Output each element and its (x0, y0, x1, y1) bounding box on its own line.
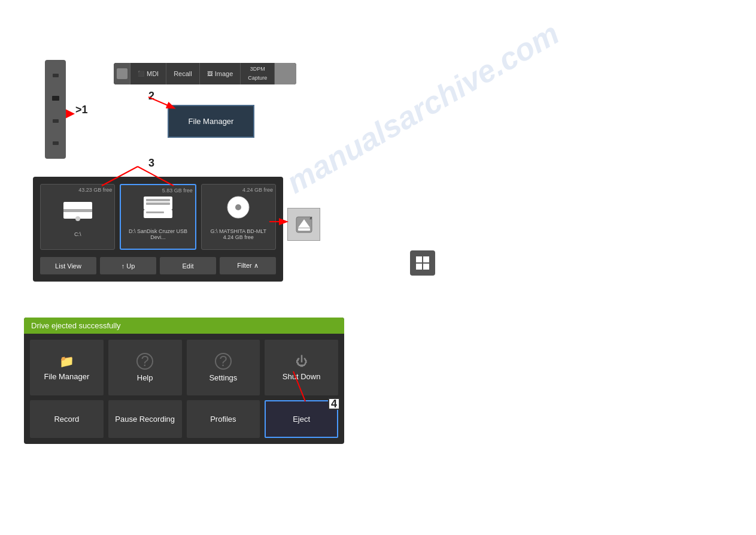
device-image (45, 60, 66, 159)
panel-btn-shutdown[interactable]: ⏻ Shut Down (265, 340, 338, 395)
panel-btn-pauserecording[interactable]: Pause Recording (108, 400, 182, 438)
fm-filter-btn[interactable]: Filter ∧ (220, 257, 276, 274)
step3-label: 3 (148, 157, 154, 170)
shutdown-icon: ⏻ (296, 355, 308, 368)
fm-drive-g[interactable]: 4.24 GB free G:\ MATSHITA BD-MLT4.24 GB … (201, 184, 276, 250)
step4-label: 4 (328, 398, 340, 410)
panel-btn-record[interactable]: Record (30, 400, 104, 438)
toolbar-btn-recall[interactable]: Recall (166, 63, 200, 84)
svg-rect-12 (298, 228, 310, 231)
device-port-3 (53, 119, 59, 123)
watermark: manualsarchive.com (280, 15, 565, 200)
fm-drive-c-free: 43.23 GB free (78, 187, 112, 193)
svg-rect-16 (423, 256, 429, 262)
toolbar-logo (114, 63, 130, 84)
fm-listview-btn[interactable]: List View (40, 257, 96, 274)
device-panel (45, 60, 66, 159)
settings-icon: ? (215, 353, 232, 370)
svg-rect-4 (146, 199, 170, 201)
toolbar-btn-mdi[interactable]: ⬛ MDI (130, 63, 166, 84)
step2-label: 2 (148, 90, 154, 102)
fm-panel: 43.23 GB free C:\ 5.83 GB free D:\ SanDi… (33, 177, 283, 282)
eject-icon-box[interactable] (287, 208, 320, 241)
svg-rect-5 (146, 202, 170, 205)
main-panel: Drive ejected successfully 📁 File Manage… (24, 318, 344, 444)
fm-drive-c-icon (62, 197, 93, 229)
panel-btn-profiles[interactable]: Profiles (187, 400, 260, 438)
fm-drive-d-icon (142, 194, 174, 226)
device-port-2 (52, 96, 59, 101)
fm-drive-c-label: C:\ (74, 231, 81, 237)
fm-drive-g-icon (223, 194, 254, 226)
filemanager-icon: 📁 (59, 354, 74, 368)
panel-header: Drive ejected successfully (24, 318, 344, 334)
fm-drive-g-free: 4.24 GB free (242, 187, 273, 193)
fm-buttons-row: List View ↑ Up Edit Filter ∧ (40, 257, 276, 274)
toolbar: ⬛ MDI Recall 🖼 Image 3DPM Capture (114, 63, 296, 84)
panel-btn-eject[interactable]: Eject (265, 400, 338, 438)
svg-rect-17 (416, 264, 422, 270)
fm-drive-d-label: D:\ SanDisk Cruzer USB Devi... (123, 228, 192, 240)
fm-drives-row: 43.23 GB free C:\ 5.83 GB free D:\ SanDi… (40, 184, 276, 250)
fm-drive-g-label: G:\ MATSHITA BD-MLT4.24 GB free (211, 228, 267, 240)
file-manager-button[interactable]: File Manager (168, 105, 254, 138)
svg-point-2 (75, 216, 80, 221)
fm-drive-c[interactable]: 43.23 GB free C:\ (40, 184, 115, 250)
svg-rect-18 (423, 264, 429, 270)
windows-icon[interactable] (410, 250, 435, 276)
step1-label: >1 (75, 104, 88, 116)
fm-edit-btn[interactable]: Edit (160, 257, 216, 274)
panel-btn-filemanager[interactable]: 📁 File Manager (30, 340, 104, 395)
svg-rect-1 (63, 209, 92, 212)
svg-rect-15 (416, 256, 422, 262)
svg-point-9 (235, 204, 241, 210)
device-port-1 (53, 74, 59, 77)
device-port-4 (53, 141, 59, 145)
help-icon: ? (136, 353, 153, 370)
toolbar-btn-3dpm[interactable]: 3DPM Capture (241, 63, 275, 84)
toolbar-thumbnail (275, 63, 296, 84)
svg-rect-6 (144, 210, 172, 218)
svg-rect-7 (146, 211, 164, 213)
panel-btn-settings[interactable]: ? Settings (187, 340, 260, 395)
step1-arrow: ▶ (66, 107, 74, 120)
fm-drive-d[interactable]: 5.83 GB free D:\ SanDisk Cruzer USB Devi… (120, 184, 196, 250)
fm-up-btn[interactable]: ↑ Up (100, 257, 156, 274)
panel-buttons: 📁 File Manager ? Help ? Settings ⏻ Shut … (24, 334, 344, 444)
toolbar-btn-image[interactable]: 🖼 Image (200, 63, 241, 84)
panel-btn-help[interactable]: ? Help (108, 340, 182, 395)
fm-drive-d-free: 5.83 GB free (162, 188, 193, 194)
